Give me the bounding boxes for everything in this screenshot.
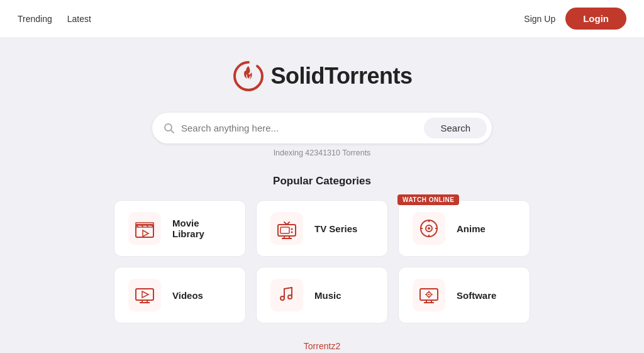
svg-rect-19 bbox=[136, 289, 153, 300]
trending-link[interactable]: Trending bbox=[18, 14, 52, 24]
search-button[interactable]: Search bbox=[424, 118, 487, 138]
svg-point-11 bbox=[291, 232, 293, 233]
category-card-music[interactable]: Music bbox=[256, 267, 388, 323]
tv-series-label: TV Series bbox=[314, 223, 357, 234]
logo-text: SolidTorrents bbox=[271, 63, 413, 89]
svg-marker-4 bbox=[143, 230, 148, 237]
index-text: Indexing 42341310 Torrents bbox=[274, 148, 371, 157]
categories-grid: Movie Library TV Series WATCH ONLINE bbox=[114, 200, 530, 323]
logo-icon bbox=[232, 60, 265, 92]
movie-library-icon-box bbox=[128, 212, 161, 245]
svg-line-24 bbox=[284, 288, 292, 289]
software-icon-box bbox=[413, 279, 445, 311]
category-card-movie-library[interactable]: Movie Library bbox=[114, 200, 246, 257]
header: Trending Latest Sign Up Login bbox=[0, 0, 644, 37]
movie-library-label: Movie Library bbox=[172, 218, 231, 239]
search-bar: Search bbox=[152, 113, 492, 143]
anime-label: Anime bbox=[457, 223, 486, 234]
videos-label: Videos bbox=[172, 290, 203, 301]
anime-icon-box bbox=[413, 212, 445, 245]
login-button[interactable]: Login bbox=[565, 8, 626, 30]
settings-monitor-icon bbox=[418, 284, 440, 306]
software-label: Software bbox=[457, 290, 496, 301]
categories-title: Popular Categories bbox=[273, 175, 371, 188]
search-icon bbox=[164, 123, 175, 134]
signup-link[interactable]: Sign Up bbox=[524, 14, 555, 24]
svg-point-28 bbox=[288, 295, 292, 299]
svg-point-27 bbox=[280, 296, 284, 300]
svg-marker-23 bbox=[142, 291, 148, 298]
torrentz2-link[interactable]: Torrentz2 bbox=[304, 341, 340, 351]
svg-point-10 bbox=[291, 228, 293, 230]
category-card-anime[interactable]: WATCH ONLINE Anime bbox=[398, 200, 530, 257]
main-content: SolidTorrents Search Indexing 42341310 T… bbox=[0, 37, 644, 351]
music-note-icon bbox=[275, 284, 298, 306]
category-card-tv-series[interactable]: TV Series bbox=[256, 200, 388, 257]
svg-line-2 bbox=[171, 130, 174, 133]
music-label: Music bbox=[314, 290, 341, 301]
watch-online-badge: WATCH ONLINE bbox=[397, 194, 459, 205]
anime-icon bbox=[418, 217, 440, 240]
search-input[interactable] bbox=[181, 123, 424, 133]
svg-rect-9 bbox=[280, 227, 289, 233]
svg-point-14 bbox=[428, 227, 430, 230]
videos-icon-box bbox=[128, 279, 161, 311]
category-card-software[interactable]: Software bbox=[398, 267, 530, 323]
category-card-videos[interactable]: Videos bbox=[114, 267, 246, 323]
tv-series-icon-box bbox=[270, 212, 303, 245]
latest-link[interactable]: Latest bbox=[67, 14, 91, 24]
monitor-play-icon bbox=[133, 284, 156, 306]
music-icon-box bbox=[270, 279, 303, 311]
search-container: Search bbox=[152, 113, 492, 143]
tv-icon bbox=[275, 217, 298, 240]
logo: SolidTorrents bbox=[232, 60, 413, 92]
header-nav: Trending Latest bbox=[18, 14, 91, 24]
clapperboard-icon bbox=[133, 217, 156, 240]
svg-point-35 bbox=[428, 294, 430, 295]
header-actions: Sign Up Login bbox=[524, 8, 626, 30]
